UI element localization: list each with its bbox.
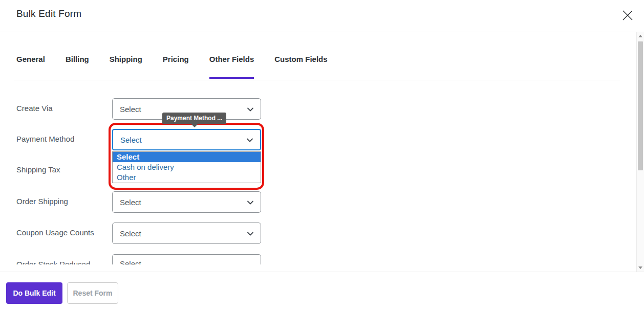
chevron-down-icon (246, 230, 254, 239)
option-other[interactable]: Other (113, 172, 261, 183)
tab-pricing[interactable]: Pricing (163, 55, 189, 79)
tab-other-fields[interactable]: Other Fields (209, 55, 254, 79)
chevron-down-icon (246, 198, 254, 208)
do-bulk-edit-button[interactable]: Do Bulk Edit (6, 282, 62, 304)
tab-shipping[interactable]: Shipping (110, 55, 142, 79)
scrollbar-down-arrow-icon[interactable] (638, 266, 642, 269)
payment-method-label: Payment Method (16, 135, 74, 143)
payment-method-tooltip: Payment Method ... (162, 113, 226, 124)
tab-custom-fields[interactable]: Custom Fields (274, 55, 327, 79)
option-cash-on-delivery[interactable]: Cash on delivery (113, 162, 261, 172)
coupon-usage-counts-label: Coupon Usage Counts (16, 228, 94, 237)
tab-billing[interactable]: Billing (66, 55, 89, 79)
vertical-scrollbar[interactable] (636, 32, 644, 272)
coupon-usage-counts-select[interactable]: Select (112, 223, 261, 244)
tab-panel-scroll-area: General Billing Shipping Pricing Other F… (0, 32, 636, 264)
order-stock-reduced-select-value: Select (120, 259, 141, 264)
tab-bar: General Billing Shipping Pricing Other F… (16, 55, 328, 79)
order-shipping-select-value: Select (120, 198, 141, 207)
chevron-down-icon (246, 105, 254, 115)
order-shipping-select[interactable]: Select (112, 191, 261, 213)
chevron-down-icon (246, 136, 254, 146)
payment-method-select-value: Select (120, 136, 142, 144)
create-via-select-value: Select (120, 105, 141, 114)
payment-method-option-list: Select Cash on delivery Other (112, 151, 261, 183)
tooltip-text: Payment Method ... (166, 115, 222, 122)
tab-bar-divider (14, 80, 620, 80)
modal-title: Bulk Edit Form (16, 8, 81, 19)
payment-method-select[interactable]: Select (112, 129, 261, 150)
scrollbar-up-arrow-icon[interactable] (638, 35, 642, 37)
coupon-usage-counts-select-value: Select (120, 229, 141, 238)
footer-divider (0, 272, 644, 272)
tab-general[interactable]: General (16, 55, 45, 79)
create-via-label: Create Via (16, 104, 53, 113)
order-stock-reduced-label: Order Stock Reduced (16, 260, 90, 264)
close-icon (621, 9, 634, 22)
tooltip-arrow-icon (191, 124, 198, 127)
close-button[interactable] (619, 7, 636, 24)
order-shipping-label: Order Shipping (16, 197, 68, 206)
order-stock-reduced-select[interactable]: Select (112, 254, 261, 264)
scrollbar-thumb[interactable] (638, 41, 643, 170)
bulk-edit-modal: Bulk Edit Form General Billing Shipping … (0, 0, 644, 311)
option-select[interactable]: Select (113, 152, 261, 162)
reset-form-button[interactable]: Reset Form (67, 282, 118, 304)
shipping-tax-label: Shipping Tax (16, 165, 60, 174)
